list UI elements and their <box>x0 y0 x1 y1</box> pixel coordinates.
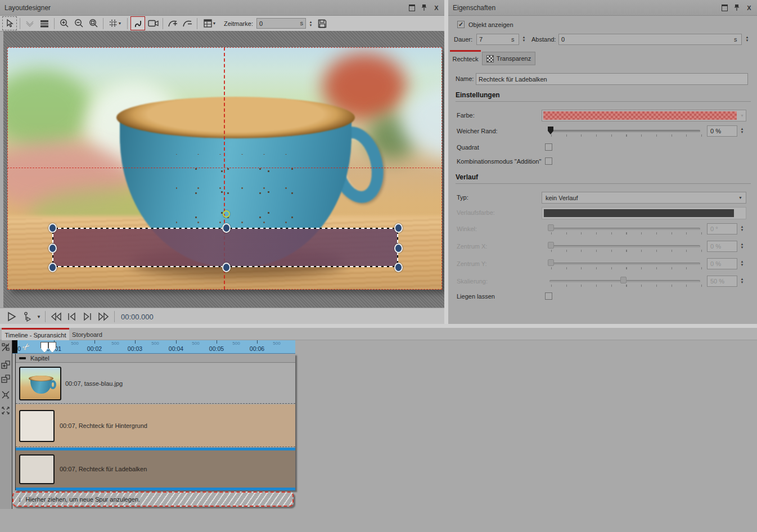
motion-path-tool-icon[interactable] <box>130 16 145 30</box>
farbe-label: Farbe: <box>457 112 475 119</box>
simplify-curve-tool-icon[interactable] <box>23 17 37 30</box>
grid-options-icon[interactable]: ▼ <box>106 17 124 30</box>
tab-storyboard[interactable]: Storyboard <box>69 329 105 340</box>
dauer-label: Dauer: <box>454 36 472 43</box>
typ-label: Typ: <box>457 194 468 201</box>
weicher-rand-slider[interactable] <box>549 130 700 132</box>
previous-object-icon[interactable] <box>65 310 79 323</box>
zentrum-x-label: Zentrum X: <box>457 243 487 250</box>
winkel-value: 0 ° <box>707 223 737 235</box>
kombinationsmodus-label: Kombinationsmodus "Addition" <box>457 158 541 165</box>
preview-canvas[interactable] <box>7 47 442 290</box>
kapitel-collapse-icon[interactable] <box>19 357 26 359</box>
new-track-drop-area[interactable]: ↓ Hierher ziehen, um neue Spur anzulegen… <box>12 492 294 507</box>
clip-thumbnail <box>19 367 61 400</box>
resize-handle-n[interactable] <box>222 223 231 233</box>
name-label: Name: <box>456 75 474 82</box>
tab-rechteck[interactable]: Rechteck <box>450 50 481 66</box>
rotation-handle[interactable] <box>223 210 230 218</box>
drop-arrow-icon: ↓ <box>18 495 22 503</box>
clip-rechteck-ladebalken[interactable]: 00:07, Rechteck für Ladebalken <box>16 448 295 490</box>
remove-curve-point-icon[interactable] <box>181 17 194 30</box>
panel-splitter-vertical[interactable] <box>444 0 448 325</box>
eigenschaften-panel: Eigenschaften X ✓ Objekt anzeigen Dauer:… <box>448 0 757 324</box>
ruler-half-label: 500 <box>68 341 82 346</box>
zeitmarke-spinner[interactable]: ▲▼ <box>307 20 314 27</box>
add-track-object-icon[interactable] <box>0 359 11 371</box>
objekt-anzeigen-checkbox[interactable]: ✓ <box>457 21 465 28</box>
dauer-unit: s <box>511 36 515 43</box>
weicher-rand-slider-handle[interactable] <box>548 127 553 134</box>
remove-track-object-icon[interactable] <box>0 373 11 385</box>
resize-handle-nw[interactable] <box>48 223 57 233</box>
abstand-label: Abstand: <box>531 36 556 43</box>
skalierung-spinner: ▲▼ <box>738 277 746 284</box>
save-layout-icon[interactable] <box>316 17 329 30</box>
resize-handle-e[interactable] <box>394 244 403 253</box>
clip-rechteck-hintergrund[interactable]: 00:07, Rechteck für Hintergrund <box>16 404 295 447</box>
play-from-timemark-icon[interactable] <box>20 310 34 323</box>
skip-to-end-icon[interactable] <box>97 310 110 323</box>
layout-options-icon[interactable]: ▼ <box>200 17 219 30</box>
close-icon[interactable]: X <box>433 4 440 11</box>
next-object-icon[interactable] <box>81 310 94 323</box>
liegen-lassen-checkbox[interactable] <box>545 292 552 300</box>
winkel-label: Winkel: <box>457 226 477 232</box>
kombinationsmodus-checkbox[interactable] <box>545 157 552 165</box>
resize-handle-w[interactable] <box>48 244 57 253</box>
quadrat-checkbox[interactable] <box>545 143 552 151</box>
pin-icon[interactable] <box>421 4 427 11</box>
maximize-icon[interactable] <box>721 4 728 11</box>
tab-transparenz[interactable]: Transparenz <box>482 52 535 65</box>
zoom-fit-icon[interactable] <box>87 17 100 30</box>
resize-handle-s[interactable] <box>222 263 231 272</box>
name-input[interactable] <box>476 73 748 85</box>
panel-splitter-horizontal[interactable] <box>0 324 757 328</box>
chevron-down-icon[interactable]: ▼ <box>37 314 41 319</box>
timeline-scale-mode-icon[interactable] <box>0 341 11 353</box>
add-curve-point-icon[interactable] <box>166 17 179 30</box>
timeline-ruler[interactable]: 00:00 00:01 00:02 00:03 00:04 00:05 00:0… <box>12 340 295 354</box>
clip-tasse-blau[interactable]: 00:07, tasse-blau.jpg <box>16 363 295 404</box>
ruler-half-label: 500 <box>148 341 162 346</box>
pin-icon[interactable] <box>733 4 740 11</box>
select-tool-icon[interactable] <box>2 16 17 30</box>
zentrum-y-value: 0 % <box>707 258 737 269</box>
layers-tool-icon[interactable] <box>38 17 51 30</box>
tab-timeline-spuransicht[interactable]: Timeline - Spuransicht <box>2 328 69 340</box>
weicher-rand-value[interactable]: 0 % <box>707 125 737 137</box>
quadrat-label: Quadrat <box>457 144 479 151</box>
kapitel-row[interactable]: Kapitel <box>16 354 295 363</box>
expand-tracks-icon[interactable] <box>0 405 11 416</box>
abstand-input[interactable] <box>558 34 742 45</box>
layoutdesigner-toolbar: ▼ ▼ Zeitmarke: s <box>0 16 444 31</box>
dauer-spinner[interactable]: ▲▼ <box>520 35 528 42</box>
winkel-slider-handle <box>548 224 554 231</box>
selected-object-rect[interactable] <box>52 228 398 267</box>
selection-fill <box>53 229 397 266</box>
farbe-swatch[interactable]: ▼ <box>542 110 746 121</box>
ruler-half-label: 500 <box>189 341 202 346</box>
close-icon[interactable]: X <box>746 4 753 11</box>
typ-value: kein Verlauf <box>546 195 578 201</box>
skalierung-slider-handle <box>620 277 627 283</box>
abstand-spinner[interactable]: ▲▼ <box>744 35 751 42</box>
camera-pan-tool-icon[interactable] <box>146 17 160 30</box>
collapse-tracks-icon[interactable] <box>0 389 11 400</box>
play-icon[interactable] <box>4 310 18 323</box>
objekt-anzeigen-label: Objekt anzeigen <box>468 21 513 28</box>
weicher-rand-spinner[interactable]: ▲▼ <box>738 127 746 134</box>
zoom-in-icon[interactable] <box>57 17 71 30</box>
resize-handle-sw[interactable] <box>48 263 57 272</box>
chevron-down-icon: ▼ <box>118 21 122 25</box>
zeitmarke-input[interactable] <box>256 18 306 29</box>
resize-handle-ne[interactable] <box>394 223 403 233</box>
second-tick <box>176 340 177 344</box>
playhead-marker[interactable] <box>12 340 17 354</box>
resize-handle-se[interactable] <box>394 263 403 272</box>
skip-to-start-icon[interactable] <box>49 310 63 323</box>
zoom-out-icon[interactable] <box>72 17 85 30</box>
typ-dropdown[interactable]: kein Verlauf ▼ <box>542 192 746 204</box>
clip-thumbnail <box>19 454 55 484</box>
maximize-icon[interactable] <box>408 4 415 11</box>
